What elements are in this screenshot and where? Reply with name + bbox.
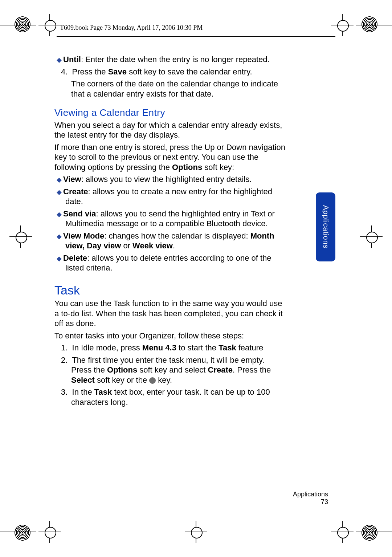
registration-mark-icon bbox=[365, 231, 377, 243]
task-step-3: 3. In the Task text box, enter your task… bbox=[54, 387, 287, 407]
view-paragraph-2: If more than one entry is stored, press … bbox=[54, 142, 287, 172]
registration-mark-icon bbox=[336, 526, 348, 538]
diamond-bullet-icon: ◆ bbox=[57, 233, 62, 240]
task-paragraph-1: You can use the Task function to in the … bbox=[54, 298, 287, 329]
crop-line bbox=[0, 532, 36, 532]
option-view-mode: ◆View Mode: changes how the calendar is … bbox=[54, 231, 287, 251]
page-header: T609.book Page 73 Monday, April 17, 2006… bbox=[60, 24, 203, 32]
footer-page-number: 73 bbox=[293, 498, 328, 506]
registration-mark-icon bbox=[44, 526, 56, 538]
section-tab-applications: Applications bbox=[316, 192, 335, 261]
task-paragraph-2: To enter tasks into your Organizer, foll… bbox=[54, 331, 287, 341]
diamond-bullet-icon: ◆ bbox=[57, 188, 62, 196]
heading-task: Task bbox=[54, 282, 287, 298]
body-text: ◆Until: Enter the date when the entry is… bbox=[54, 54, 287, 409]
crop-spiral-icon bbox=[362, 16, 377, 32]
diamond-bullet-icon: ◆ bbox=[57, 211, 62, 218]
crop-spiral-icon bbox=[362, 525, 377, 541]
crop-line bbox=[356, 25, 392, 25]
crop-spiral-icon bbox=[15, 16, 30, 32]
registration-mark-icon bbox=[336, 19, 348, 31]
page: T609.book Page 73 Monday, April 17, 2006… bbox=[0, 0, 392, 557]
task-step-1: 1. In Idle mode, press Menu 4.3 to start… bbox=[54, 343, 287, 353]
bullet-until: ◆Until: Enter the date when the entry is… bbox=[54, 54, 287, 65]
step-4-note: The corners of the date on the calendar … bbox=[54, 79, 287, 99]
option-view: ◆View: allows you to view the highlighte… bbox=[54, 174, 287, 184]
view-paragraph-1: When you select a day for which a calend… bbox=[54, 120, 287, 140]
page-footer: Applications 73 bbox=[293, 491, 328, 506]
option-create: ◆Create: allows you to create a new entr… bbox=[54, 187, 287, 207]
ok-key-icon bbox=[149, 377, 156, 384]
diamond-bullet-icon: ◆ bbox=[57, 255, 62, 262]
registration-mark-icon bbox=[190, 526, 202, 538]
registration-mark-icon bbox=[15, 231, 27, 243]
step-4: 4. Press the Save soft key to save the c… bbox=[54, 67, 287, 77]
diamond-bullet-icon: ◆ bbox=[57, 176, 62, 183]
diamond-bullet-icon: ◆ bbox=[57, 56, 62, 64]
crop-line bbox=[356, 532, 392, 532]
crop-spiral-icon bbox=[15, 525, 30, 541]
registration-mark-icon bbox=[44, 19, 56, 31]
option-send-via: ◆Send via: allows you to send the highli… bbox=[54, 209, 287, 229]
crop-line bbox=[0, 25, 36, 25]
section-tab-label: Applications bbox=[322, 205, 330, 249]
frame-rule bbox=[57, 36, 335, 37]
option-delete: ◆Delete: allows you to delete entries ac… bbox=[54, 253, 287, 273]
heading-viewing-calendar-entry: Viewing a Calendar Entry bbox=[54, 107, 287, 119]
task-step-2: 2. The first time you enter the task men… bbox=[54, 355, 287, 385]
footer-section-name: Applications bbox=[293, 491, 328, 499]
